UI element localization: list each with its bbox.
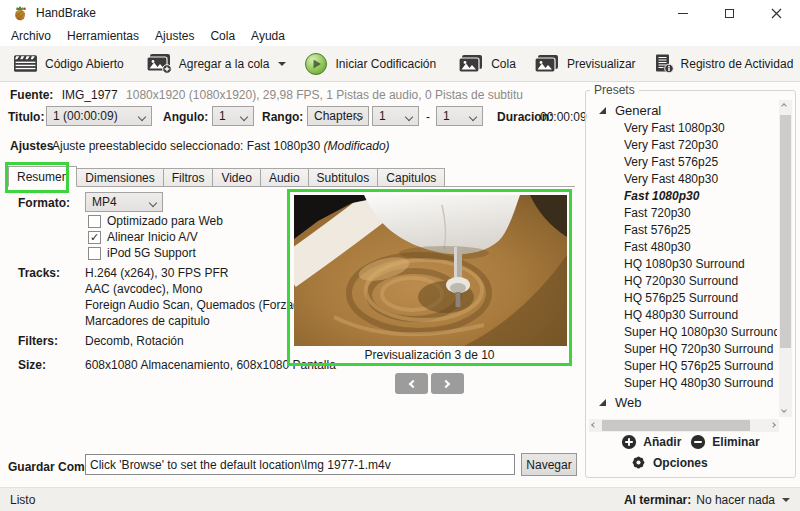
annotation-box-preview: Previsualización 3 de 10 xyxy=(287,189,572,366)
gear-icon xyxy=(630,454,647,471)
checkbox-ipod[interactable]: iPod 5G Support xyxy=(88,246,196,260)
tab-video[interactable]: Video xyxy=(212,168,260,187)
presets-panel: General Very Fast 1080p30 Very Fast 720p… xyxy=(585,90,796,478)
tab-filtros[interactable]: Filtros xyxy=(163,168,214,187)
preview-image xyxy=(294,195,567,346)
checkbox-align-av[interactable]: ✓ Alinear Inicio A/V xyxy=(88,230,198,244)
save-as-input[interactable] xyxy=(85,454,515,475)
preset-item[interactable]: Very Fast 720p30 xyxy=(587,137,777,154)
preset-item[interactable]: Very Fast 1080p30 xyxy=(587,120,777,137)
previous-preview-button[interactable] xyxy=(395,373,428,394)
presets-horizontal-scrollbar[interactable] xyxy=(589,419,779,432)
add-to-queue-dropdown-icon xyxy=(278,62,286,66)
clapperboard-icon xyxy=(13,54,38,73)
menu-ajustes[interactable]: Ajustes xyxy=(147,27,202,45)
size-label: Size: xyxy=(18,358,46,372)
plus-circle-icon xyxy=(621,434,637,450)
menu-archivo[interactable]: Archivo xyxy=(3,27,59,45)
preset-item[interactable]: Fast 576p25 xyxy=(587,222,777,239)
menu-bar: Archivo Herramientas Ajustes Cola Ayuda xyxy=(0,26,800,46)
activity-log-label: Registro de Actividad xyxy=(681,57,794,71)
activity-log-icon xyxy=(654,53,674,74)
checkbox-icon xyxy=(88,247,101,260)
preset-item[interactable]: HQ 480p30 Surround xyxy=(587,307,777,324)
preset-item[interactable]: HQ 1080p30 Surround xyxy=(587,256,777,273)
size-value: 608x1080 Almacenamiento, 608x1080 Pantal… xyxy=(85,358,336,372)
tab-audio[interactable]: Audio xyxy=(260,168,309,187)
title-select[interactable]: 1 (00:00:09) xyxy=(46,106,152,126)
preset-item[interactable]: HQ 720p30 Surround xyxy=(587,273,777,290)
preset-item[interactable]: Super HQ 720p30 Surround xyxy=(587,341,777,358)
preview-label: Previsualizar xyxy=(567,57,636,71)
format-select[interactable]: MP4 xyxy=(85,192,163,212)
source-details: 1080x1920 (1080x1920), 29,98 FPS, 1 Pist… xyxy=(126,88,523,102)
menu-cola[interactable]: Cola xyxy=(202,27,243,45)
preset-item[interactable]: Super HQ 1080p30 Surround xyxy=(587,324,777,341)
menu-ayuda[interactable]: Ayuda xyxy=(243,27,293,45)
filters-value: Decomb, Rotación xyxy=(85,334,184,348)
maximize-button[interactable] xyxy=(706,0,753,26)
angle-select-value: 1 xyxy=(219,109,226,123)
preview-button[interactable]: Previsualizar xyxy=(525,49,645,79)
open-source-button[interactable]: Código Abierto xyxy=(4,49,133,79)
preset-group-label: General xyxy=(615,103,661,118)
presets-vertical-scrollbar[interactable] xyxy=(779,100,792,417)
track-line: H.264 (x264), 30 FPS PFR xyxy=(85,266,228,280)
checkbox-label: iPod 5G Support xyxy=(107,246,196,260)
preset-item[interactable]: Fast 480p30 xyxy=(587,239,777,256)
preset-item[interactable]: Very Fast 480p30 xyxy=(587,171,777,188)
range-from-value: 1 xyxy=(379,109,386,123)
close-button[interactable] xyxy=(753,0,800,26)
close-icon xyxy=(771,8,782,19)
tab-capitulos[interactable]: Capitulos xyxy=(377,168,445,187)
track-line: Foreign Audio Scan, Quemados (Forzados) xyxy=(85,298,316,312)
preset-item[interactable]: Super HQ 480p30 Surround xyxy=(587,375,777,392)
remove-preset-button[interactable]: Eliminar xyxy=(690,434,759,450)
next-preview-button[interactable] xyxy=(431,373,464,394)
minimize-button[interactable] xyxy=(659,0,706,26)
save-as-label: Guardar Como: xyxy=(8,460,96,474)
angle-select[interactable]: 1 xyxy=(212,106,254,126)
preset-group-web[interactable]: Web xyxy=(587,392,777,412)
menu-herramientas[interactable]: Herramientas xyxy=(59,27,147,45)
add-to-queue-button[interactable]: Agregar a la cola xyxy=(137,49,296,79)
handbrake-logo-icon xyxy=(12,5,28,21)
checkbox-web-optimized[interactable]: Optimizado para Web xyxy=(88,214,223,228)
checkbox-label: Optimizado para Web xyxy=(107,214,223,228)
title-bar: HandBrake xyxy=(0,0,800,26)
preset-item[interactable]: Very Fast 576p25 xyxy=(587,154,777,171)
preset-status-text: Ajuste preestablecido seleccionado: xyxy=(52,139,243,153)
range-from-select[interactable]: 1 xyxy=(372,106,419,126)
tab-resumen[interactable]: Resumen xyxy=(8,166,77,187)
tab-subtitulos[interactable]: Subtitulos xyxy=(308,168,379,187)
presets-panel-title: Presets xyxy=(590,83,639,97)
start-encode-button[interactable]: Iniciar Codificación xyxy=(295,49,445,79)
horizontal-scroll-thumb[interactable] xyxy=(602,420,750,431)
preset-options-label: Opciones xyxy=(653,456,708,470)
scroll-right-icon xyxy=(770,422,776,428)
range-label: Rango: xyxy=(262,110,303,124)
window-title: HandBrake xyxy=(36,6,96,20)
preset-item[interactable]: HQ 576p25 Surround xyxy=(587,290,777,307)
browse-button[interactable]: Navegar xyxy=(521,453,577,476)
preset-item[interactable]: Fast 720p30 xyxy=(587,205,777,222)
track-line: AAC (avcodec), Mono xyxy=(85,282,202,296)
preset-group-general[interactable]: General xyxy=(587,100,777,120)
range-to-select[interactable]: 1 xyxy=(436,106,483,126)
range-type-select[interactable]: Chapters xyxy=(307,106,369,126)
track-line: Marcadores de capitulo xyxy=(85,314,210,328)
activity-log-button[interactable]: Registro de Actividad xyxy=(645,49,800,79)
format-select-value: MP4 xyxy=(92,195,117,209)
when-done-select[interactable]: No hacer nada xyxy=(696,493,775,507)
presets-tree: General Very Fast 1080p30 Very Fast 720p… xyxy=(587,91,777,421)
source-name: IMG_1977 xyxy=(62,88,118,102)
vertical-scroll-thumb[interactable] xyxy=(780,115,791,348)
queue-button[interactable]: Cola xyxy=(449,49,525,79)
tab-dimensiones[interactable]: Dimensiones xyxy=(76,168,163,187)
preset-options-button[interactable]: Opciones xyxy=(630,454,708,471)
range-to-value: 1 xyxy=(443,109,450,123)
add-preset-button[interactable]: Añadir xyxy=(621,434,681,450)
maximize-icon xyxy=(725,9,734,18)
preset-item[interactable]: Super HQ 576p25 Surround xyxy=(587,358,777,375)
preset-item-selected[interactable]: Fast 1080p30 xyxy=(587,188,777,205)
